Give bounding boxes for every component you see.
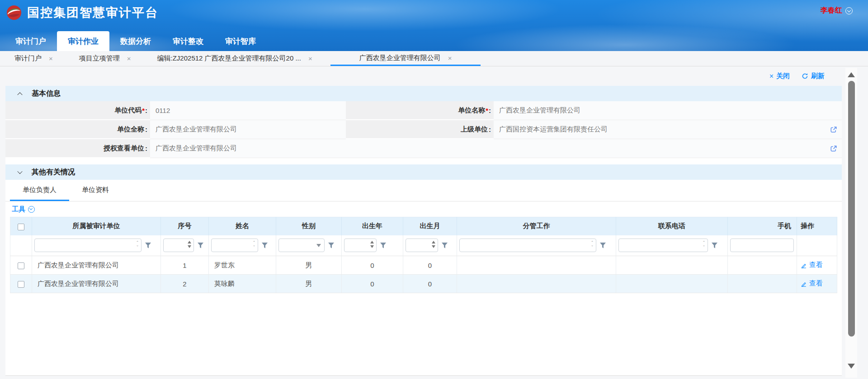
- form-row: 授权查看单位: 广西农垦企业管理有限公司: [5, 139, 842, 158]
- spinner-arrows-icon[interactable]: [370, 241, 374, 248]
- scrollbar-thumb[interactable]: [848, 81, 855, 337]
- view-label: 查看: [809, 261, 823, 269]
- select-all-checkbox[interactable]: [18, 224, 24, 230]
- col-header-duty[interactable]: 分管工作: [457, 217, 616, 235]
- section-title: 其他有关情况: [32, 168, 75, 177]
- main-nav: 审计门户 审计作业 数据分析 审计整改 审计智库: [5, 31, 267, 51]
- cell-duty: [457, 256, 616, 275]
- filter-duty-input[interactable]: ˆˇ: [459, 239, 596, 252]
- col-header-birth-month[interactable]: 出生月: [403, 217, 457, 235]
- section-title: 基本信息: [32, 89, 61, 98]
- section-other-info-header[interactable]: 其他有关情况: [5, 164, 842, 180]
- filter-birth-month-spinner[interactable]: [406, 239, 438, 252]
- tools-menu-button[interactable]: 工具: [12, 205, 25, 214]
- table-row[interactable]: 广西农垦企业管理有限公司 2 莫咏麟 男 0 0: [10, 275, 837, 293]
- cell-birth-month: 0: [403, 256, 457, 275]
- view-button[interactable]: 查看: [801, 261, 823, 269]
- form-row: 单位全称: 广西农垦企业管理有限公司 上级单位: 广西国控资本运营集团有限责任公…: [5, 120, 842, 139]
- subtab-unit-leaders[interactable]: 单位负责人: [10, 180, 69, 201]
- field-value-unit-code: 0112: [150, 101, 346, 120]
- user-chevron-down-icon[interactable]: [845, 7, 853, 14]
- filter-birth-year-spinner[interactable]: [344, 239, 377, 252]
- tab-close-icon[interactable]: ×: [49, 55, 53, 62]
- cell-birth-year: 0: [342, 256, 403, 275]
- user-menu[interactable]: 李春红: [821, 6, 853, 15]
- filter-funnel-icon[interactable]: [261, 242, 268, 249]
- filter-funnel-icon[interactable]: [197, 242, 204, 249]
- col-header-unit[interactable]: 所属被审计单位: [32, 217, 161, 235]
- section-basic-info-header[interactable]: 基本信息: [5, 86, 842, 101]
- filter-funnel-icon[interactable]: [441, 242, 448, 249]
- row-checkbox[interactable]: [18, 281, 24, 288]
- nav-item-audit-work[interactable]: 审计作业: [57, 31, 109, 51]
- spinner-arrows-icon[interactable]: [432, 241, 435, 248]
- col-header-gender[interactable]: 性别: [276, 217, 342, 235]
- nav-item-audit-rectification[interactable]: 审计整改: [162, 31, 214, 51]
- filter-tel-input[interactable]: ˆˇ: [618, 239, 708, 252]
- scroll-down-arrow[interactable]: [848, 364, 855, 372]
- open-tab-project-initiation[interactable]: 项目立项管理 ×: [71, 51, 139, 66]
- nav-item-audit-portal[interactable]: 审计门户: [5, 31, 57, 51]
- field-value-unit-name: 广西农垦企业管理有限公司: [494, 101, 842, 120]
- cell-gender: 男: [276, 275, 342, 293]
- empty-space: [5, 293, 842, 376]
- filter-mobile-input[interactable]: [730, 239, 794, 252]
- view-button[interactable]: 查看: [801, 279, 823, 288]
- col-header-tel[interactable]: 联系电话: [616, 217, 728, 235]
- row-checkbox[interactable]: [18, 262, 24, 269]
- cell-seq: 1: [161, 256, 209, 275]
- open-tab-edit-project[interactable]: 编辑:ZJ202512 广西农垦企业管理有限公司20 ... ×: [149, 51, 321, 66]
- section-gap: [5, 158, 842, 164]
- nav-item-audit-knowledge[interactable]: 审计智库: [214, 31, 267, 51]
- filter-name-input[interactable]: ˆˇ: [211, 239, 258, 252]
- combo-arrows-icon[interactable]: ˆˇ: [137, 241, 138, 250]
- view-label: 查看: [809, 279, 823, 288]
- field-value-authorized-view-unit: 广西农垦企业管理有限公司: [150, 139, 842, 158]
- col-header-mobile[interactable]: 手机: [728, 217, 797, 235]
- vertical-scrollbar[interactable]: [845, 68, 857, 378]
- filter-funnel-icon[interactable]: [711, 242, 718, 249]
- subtab-unit-documents[interactable]: 单位资料: [69, 180, 122, 201]
- filter-funnel-icon[interactable]: [599, 242, 606, 249]
- filter-funnel-icon[interactable]: [145, 242, 151, 249]
- nav-item-label: 审计门户: [15, 36, 46, 47]
- filter-seq-spinner[interactable]: [163, 239, 194, 252]
- refresh-button[interactable]: 刷新: [802, 72, 825, 80]
- open-tab-audit-portal[interactable]: 审计门户 ×: [6, 51, 61, 66]
- external-link-icon[interactable]: [830, 126, 837, 133]
- scroll-up-arrow[interactable]: [848, 69, 855, 77]
- tools-chevron-down-icon[interactable]: [28, 206, 35, 213]
- field-label-unit-name: 单位名称*:: [346, 101, 494, 120]
- filter-gender-select[interactable]: [278, 239, 325, 252]
- table-filter-row: ˆˇ ˆˇ: [10, 235, 837, 256]
- tab-close-icon[interactable]: ×: [448, 55, 452, 61]
- field-label-authorized-view-unit: 授权查看单位:: [5, 139, 150, 158]
- col-header-name[interactable]: 姓名: [209, 217, 276, 235]
- filter-unit-input[interactable]: ˆˇ: [34, 239, 142, 252]
- filter-empty-cell: [10, 235, 32, 256]
- page-toolbar: × 关闭 刷新: [0, 66, 868, 86]
- external-link-icon[interactable]: [830, 145, 837, 152]
- tab-label: 编辑:ZJ202512 广西农垦企业管理有限公司20 ...: [157, 54, 301, 63]
- combo-arrows-icon[interactable]: ˆˇ: [703, 241, 705, 250]
- tab-close-icon[interactable]: ×: [308, 55, 312, 62]
- combo-arrows-icon[interactable]: ˆˇ: [591, 241, 593, 250]
- filter-funnel-icon[interactable]: [380, 242, 387, 249]
- close-button[interactable]: × 关闭: [769, 72, 790, 80]
- select-arrow-icon[interactable]: [316, 244, 321, 247]
- nav-item-data-analysis[interactable]: 数据分析: [109, 31, 162, 51]
- col-header-seq[interactable]: 序号: [161, 217, 209, 235]
- field-value-parent-unit: 广西国控资本运营集团有限责任公司: [494, 120, 842, 139]
- col-header-birth-year[interactable]: 出生年: [342, 217, 403, 235]
- open-tab-unit-detail[interactable]: 广西农垦企业管理有限公司 ×: [330, 51, 481, 66]
- filter-funnel-icon[interactable]: [328, 242, 335, 249]
- combo-arrows-icon[interactable]: ˆˇ: [253, 241, 255, 250]
- spinner-arrows-icon[interactable]: [188, 241, 191, 248]
- unit-leaders-table: 所属被审计单位 序号 姓名 性别 出生年 出生月 分管工作 联系电话 手机 操作: [10, 217, 837, 293]
- field-value-unit-full-name: 广西农垦企业管理有限公司: [150, 120, 346, 139]
- pencil-icon: [801, 281, 807, 287]
- tab-close-icon[interactable]: ×: [127, 55, 131, 62]
- close-icon: ×: [769, 72, 774, 80]
- table-row[interactable]: 广西农垦企业管理有限公司 1 罗世东 男 0 0: [10, 256, 837, 275]
- refresh-icon: [802, 73, 808, 80]
